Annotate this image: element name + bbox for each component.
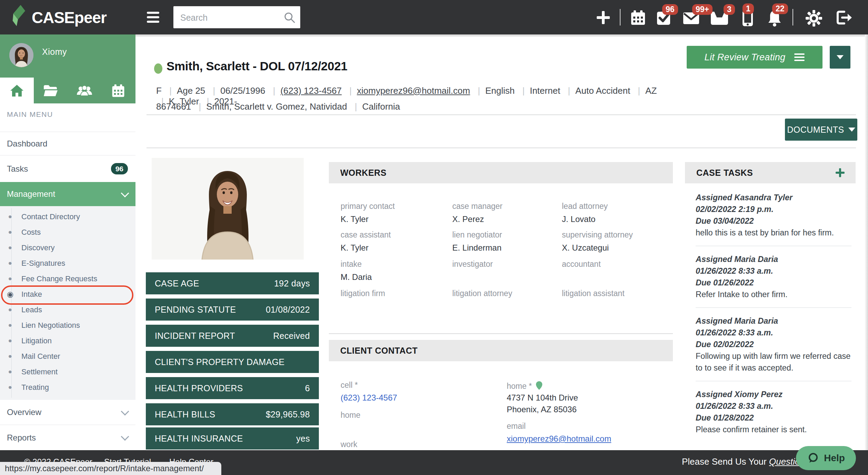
submenu-e-signatures[interactable]: •E-Signatures xyxy=(0,255,135,271)
submenu-treating[interactable]: •Treating xyxy=(0,380,135,395)
worker-field: litigation attorney xyxy=(452,289,559,302)
submenu-mail-center[interactable]: •Mail Center xyxy=(0,348,135,364)
submenu-discovery[interactable]: •Discovery xyxy=(0,240,135,255)
task-created: 01/26/2022 8:33 a.m. xyxy=(696,400,851,412)
add-task-icon[interactable] xyxy=(834,167,846,179)
info-email-link[interactable]: xiomyperez96@hotmail.com xyxy=(344,85,470,96)
submenu-contact-directory[interactable]: •Contact Directory xyxy=(0,209,135,224)
section-divider xyxy=(329,333,673,334)
documents-button[interactable]: DOCUMENTS xyxy=(785,119,857,141)
topbar-shadow xyxy=(135,34,868,37)
settings-gear-icon[interactable] xyxy=(805,10,822,27)
submenu-label: Settlement xyxy=(21,367,58,376)
case-info-line2: 8674661 Smith, Scarlett v. Gomez, Nativi… xyxy=(156,101,670,112)
tab-home[interactable] xyxy=(0,78,34,103)
header-divider xyxy=(147,114,856,115)
sidebar-item-dashboard[interactable]: Dashboard xyxy=(0,132,135,155)
mail-count-badge: 99+ xyxy=(692,4,713,15)
tasks-badge: 96 xyxy=(111,163,128,174)
stat-pending-statute: PENDING STATUTE01/08/2022 xyxy=(146,299,319,321)
stat-value: 01/08/2022 xyxy=(266,305,310,315)
tab-contacts[interactable] xyxy=(68,78,101,103)
user-name: Xiomy xyxy=(42,47,67,57)
submenu-litigation[interactable]: •Litigation xyxy=(0,333,135,348)
calendar-icon xyxy=(111,84,125,98)
footer-message-prefix: Please Send Us Your xyxy=(682,456,769,467)
worker-field: accountant xyxy=(562,260,669,272)
stat-label: INCIDENT REPORT xyxy=(155,331,235,341)
search-input[interactable] xyxy=(180,6,284,29)
info-case-number-cont: 8674661 xyxy=(156,101,191,112)
inbox-count-badge: 3 xyxy=(724,4,735,15)
task-body: hello this is a test by brian for hes fi… xyxy=(696,227,851,239)
sidebar-item-management[interactable]: Management xyxy=(0,182,135,206)
submenu-leads[interactable]: •Leads xyxy=(0,302,135,317)
worker-field: case assistantK. Tyler xyxy=(341,230,447,253)
dashboard-label: Dashboard xyxy=(7,139,47,149)
logout-icon[interactable] xyxy=(835,10,852,26)
cell-phone-link[interactable]: (623) 123-4567 xyxy=(341,393,397,403)
stat-label: CLIENT'S PROPERTY DAMAGE xyxy=(155,357,284,367)
case-tasks-title: CASE TASKS xyxy=(696,168,753,178)
task-item[interactable]: Assigned Maria Daria 01/26/2022 8:33 a.m… xyxy=(696,315,851,374)
worker-label: intake xyxy=(341,260,447,269)
user-avatar[interactable] xyxy=(9,43,33,67)
sidebar: Xiomy xyxy=(0,34,135,450)
case-status-dropdown-button[interactable] xyxy=(830,46,850,69)
home-address-label: home * xyxy=(507,381,543,392)
submenu-label: Contact Directory xyxy=(21,212,80,221)
submenu-costs[interactable]: •Costs xyxy=(0,224,135,240)
submenu-intake[interactable]: ◉Intake xyxy=(0,286,135,302)
status-bar-url: https://my.casepeer.com/report/R/intake-… xyxy=(0,462,221,475)
task-item[interactable]: Assigned Xiomy Perez 01/26/2022 8:33 a.m… xyxy=(696,388,851,435)
submenu-label: E-Signatures xyxy=(21,259,65,268)
sidebar-item-reports[interactable]: Reports xyxy=(0,425,135,450)
tab-calendar[interactable] xyxy=(101,78,135,103)
task-assigned: Assigned Maria Daria xyxy=(696,253,851,265)
task-divider xyxy=(696,246,851,246)
work-phone-label: work xyxy=(341,440,357,449)
map-pin-icon[interactable] xyxy=(535,381,543,392)
client-contact-panel-header: CLIENT CONTACT xyxy=(329,340,673,361)
reports-label: Reports xyxy=(7,433,36,443)
home-phone-label: home xyxy=(341,411,361,420)
calendar-icon[interactable] xyxy=(630,10,646,26)
worker-value: E. Linderman xyxy=(452,243,559,253)
scrollbar[interactable] xyxy=(865,34,868,475)
management-label: Management xyxy=(7,189,55,199)
add-new-icon[interactable] xyxy=(595,10,611,26)
email-link[interactable]: xiomyperez96@hotmail.com xyxy=(507,434,611,444)
worker-field: supervising attorneyX. Uzcategui xyxy=(562,230,669,253)
topbar-divider xyxy=(793,9,793,26)
submenu-fee-change-requests[interactable]: •Fee Change Requests xyxy=(0,271,135,286)
help-button[interactable]: Help xyxy=(796,446,856,470)
task-assigned: Assigned Xiomy Perez xyxy=(696,388,851,400)
submenu-label: Treating xyxy=(21,383,49,392)
submenu-settlement[interactable]: •Settlement xyxy=(0,364,135,380)
worker-label: litigation firm xyxy=(341,289,447,298)
worker-label: lead attorney xyxy=(562,202,669,211)
info-phone-link[interactable]: (623) 123-4567 xyxy=(268,85,342,96)
stat-label: HEALTH INSURANCE xyxy=(155,434,243,444)
task-created: 01/26/2022 8:33 a.m. xyxy=(696,265,851,277)
worker-label: case assistant xyxy=(341,230,447,240)
notifications-count-badge: 22 xyxy=(772,3,788,14)
info-dob: 06/25/1996 xyxy=(208,85,265,96)
email-label: email xyxy=(507,422,526,431)
task-item[interactable]: Assigned Maria Daria 01/26/2022 8:33 a.m… xyxy=(696,253,851,300)
worker-value: K. Tyler xyxy=(341,214,447,224)
sidebar-item-overview[interactable]: Overview xyxy=(0,400,135,425)
stat-label: PENDING STATUTE xyxy=(155,305,236,315)
sidebar-item-tasks[interactable]: Tasks 96 xyxy=(0,155,135,182)
tab-cases[interactable] xyxy=(34,78,68,103)
menu-hamburger-icon[interactable] xyxy=(147,12,159,23)
submenu-lien-negotiations[interactable]: •Lien Negotiations xyxy=(0,317,135,333)
search-icon[interactable] xyxy=(284,12,295,23)
worker-value: J. Lovato xyxy=(562,214,669,224)
chevron-down-icon xyxy=(121,407,129,415)
stat-value: $29,965.98 xyxy=(266,410,310,420)
case-status-button[interactable]: Lit Review Treating xyxy=(687,46,822,69)
task-item[interactable]: Assigned Kasandra Tyler 02/02/2022 2:19 … xyxy=(696,192,851,239)
case-tasks-panel-header: CASE TASKS xyxy=(685,162,856,183)
global-search xyxy=(173,6,300,28)
